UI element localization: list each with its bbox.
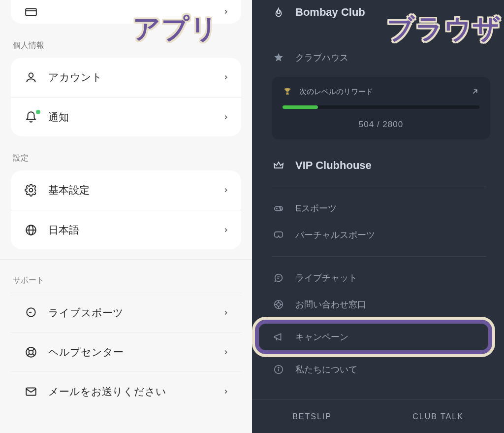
lifebuoy-icon xyxy=(23,346,39,359)
divider xyxy=(272,256,486,257)
nav-item-contact[interactable]: お問い合わせ窓口 xyxy=(252,291,501,318)
globe-icon xyxy=(23,224,39,236)
tab-clubtalk[interactable]: CLUB TALK xyxy=(412,412,464,421)
reward-label: 次のレベルのリワード xyxy=(299,87,373,97)
svg-point-31 xyxy=(278,367,279,368)
svg-point-24 xyxy=(277,302,280,306)
svg-point-20 xyxy=(281,209,282,210)
mail-icon xyxy=(23,385,39,398)
menu-item-live-sports[interactable]: ライブスポーツ xyxy=(11,293,241,332)
nav-item-bombay[interactable]: Bombay Club xyxy=(252,0,501,25)
gear-icon xyxy=(23,184,39,197)
nav-item-contact-label: お問い合わせ窓口 xyxy=(295,299,366,310)
chevron-right-icon xyxy=(222,309,229,316)
section-settings: 設定 xyxy=(0,146,252,170)
svg-line-15 xyxy=(473,90,477,94)
trophy-icon xyxy=(283,87,292,97)
card-support: ライブスポーツ ヘルプセンター メールをお送りください xyxy=(11,293,241,411)
vr-icon xyxy=(272,230,285,240)
menu-item-notifications-label: 通知 xyxy=(48,110,222,124)
svg-point-19 xyxy=(280,207,281,208)
nav-item-clubhouse[interactable]: クラブハウス xyxy=(252,44,501,71)
credit-card-icon xyxy=(23,5,39,18)
nav-item-clubhouse-label: クラブハウス xyxy=(295,52,348,64)
megaphone-icon xyxy=(272,332,285,342)
nav-item-virtual-sports[interactable]: バーチャルスポーツ xyxy=(252,222,501,248)
section-support: サポート xyxy=(0,268,252,293)
chat-bubble-icon xyxy=(272,272,285,283)
nav-item-vip-label: VIP Clubhouse xyxy=(295,159,372,172)
browser-nav: Bombay Club クラブハウス 次のレベルのリワード xyxy=(252,0,504,400)
app-panel: 個人情報 アカウント 通知 設定 基本 xyxy=(0,0,252,433)
crown-icon xyxy=(272,160,285,171)
star-icon xyxy=(272,52,285,63)
notification-dot xyxy=(36,110,40,114)
menu-item-notifications[interactable]: 通知 xyxy=(11,97,241,136)
nav-item-campaign[interactable]: キャンペーン xyxy=(259,324,488,350)
menu-item-account[interactable]: アカウント xyxy=(11,58,241,97)
chevron-right-icon xyxy=(222,187,229,194)
nav-item-virtual-sports-label: バーチャルスポーツ xyxy=(295,229,375,241)
nav-item-about[interactable]: 私たちについて xyxy=(252,356,501,383)
nav-item-about-label: 私たちについて xyxy=(295,364,357,375)
nav-item-esports-label: Eスポーツ xyxy=(295,202,337,214)
divider xyxy=(272,187,486,187)
menu-item-preferences-label: 基本設定 xyxy=(48,183,222,197)
menu-item-help-center-label: ヘルプセンター xyxy=(48,345,222,359)
svg-point-3 xyxy=(30,189,33,192)
user-icon xyxy=(23,71,39,84)
info-icon xyxy=(272,364,285,375)
nav-item-esports[interactable]: Eスポーツ xyxy=(252,195,501,222)
svg-rect-16 xyxy=(275,206,283,210)
card-settings: 基本設定 日本語 xyxy=(11,170,241,249)
progress-text: 504 / 2800 xyxy=(283,120,479,130)
svg-rect-0 xyxy=(26,9,36,16)
nav-item-vip[interactable]: VIP Clubhouse xyxy=(252,152,501,179)
menu-item-account-label: アカウント xyxy=(48,70,222,84)
fire-icon xyxy=(272,7,285,18)
section-personal-info: 個人情報 xyxy=(0,33,252,58)
menu-item-email-us[interactable]: メールをお送りください xyxy=(11,371,241,411)
nav-item-live-chat-label: ライブチャット xyxy=(295,272,357,284)
progress-bar xyxy=(283,105,479,109)
svg-point-9 xyxy=(29,350,33,354)
top-card-partial xyxy=(11,0,241,24)
help-icon xyxy=(272,299,285,310)
gamepad-icon xyxy=(272,203,285,214)
chevron-right-icon xyxy=(222,227,229,233)
menu-item-help-center[interactable]: ヘルプセンター xyxy=(11,332,241,371)
progress-fill xyxy=(283,105,318,109)
nav-item-campaign-label: キャンペーン xyxy=(295,331,348,343)
chat-icon xyxy=(23,306,39,319)
menu-item-email-us-label: メールをお送りください xyxy=(48,385,222,399)
menu-item-language[interactable]: 日本語 xyxy=(11,210,241,249)
chevron-right-icon xyxy=(222,114,229,121)
browser-panel: Bombay Club クラブハウス 次のレベルのリワード xyxy=(252,0,504,433)
chevron-right-icon xyxy=(222,349,229,356)
bell-icon xyxy=(23,111,39,124)
card-personal-info: アカウント 通知 xyxy=(11,58,241,136)
highlight-campaign: キャンペーン xyxy=(255,320,492,354)
menu-item-live-sports-label: ライブスポーツ xyxy=(48,306,222,320)
bottom-tabs: BETSLIP CLUB TALK xyxy=(252,400,504,433)
nav-item-bombay-label: Bombay Club xyxy=(295,6,365,19)
partial-item[interactable] xyxy=(11,0,241,24)
chevron-right-icon xyxy=(222,8,229,15)
tab-betslip[interactable]: BETSLIP xyxy=(292,412,332,421)
chevron-right-icon xyxy=(222,74,229,81)
menu-item-language-label: 日本語 xyxy=(48,223,222,237)
menu-item-preferences[interactable]: 基本設定 xyxy=(11,170,241,210)
nav-item-live-chat[interactable]: ライブチャット xyxy=(252,265,501,291)
svg-point-2 xyxy=(29,73,33,77)
reward-card[interactable]: 次のレベルのリワード 504 / 2800 xyxy=(272,77,490,139)
chevron-right-icon xyxy=(222,388,229,395)
arrow-icon xyxy=(471,87,479,96)
